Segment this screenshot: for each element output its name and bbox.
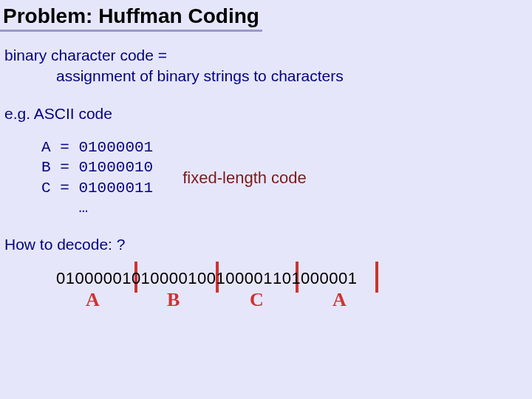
annotation-b: B <box>167 287 180 313</box>
code-a: A = 01000001 <box>41 139 153 156</box>
annotation-a1: A <box>86 287 100 313</box>
fixed-length-label: fixed-length code <box>153 167 307 189</box>
example-label: e.g. ASCII code <box>4 103 528 124</box>
code-dots: … <box>41 200 88 216</box>
bitstring: 01000001010000100100001101000001 <box>56 269 358 287</box>
ascii-codes: A = 01000001 B = 01000010 C = 01000011 … <box>4 137 153 218</box>
annotation-c: C <box>250 287 264 313</box>
annotation-a2: A <box>332 287 347 313</box>
decode-question: How to decode: ? <box>4 234 528 255</box>
slide-title: Problem: Huffman Coding <box>0 0 262 32</box>
separator-marker <box>375 262 378 293</box>
slide-body: binary character code = assignment of bi… <box>0 45 532 327</box>
definition-line2: assignment of binary strings to characte… <box>4 66 528 86</box>
definition-line1: binary character code = <box>4 45 528 66</box>
code-b: B = 01000010 <box>41 159 153 176</box>
bitstring-row: 01000001010000100100001101000001 A B C A <box>4 267 528 327</box>
code-block: A = 01000001 B = 01000010 C = 01000011 …… <box>4 137 528 218</box>
code-c: C = 01000011 <box>41 180 153 197</box>
